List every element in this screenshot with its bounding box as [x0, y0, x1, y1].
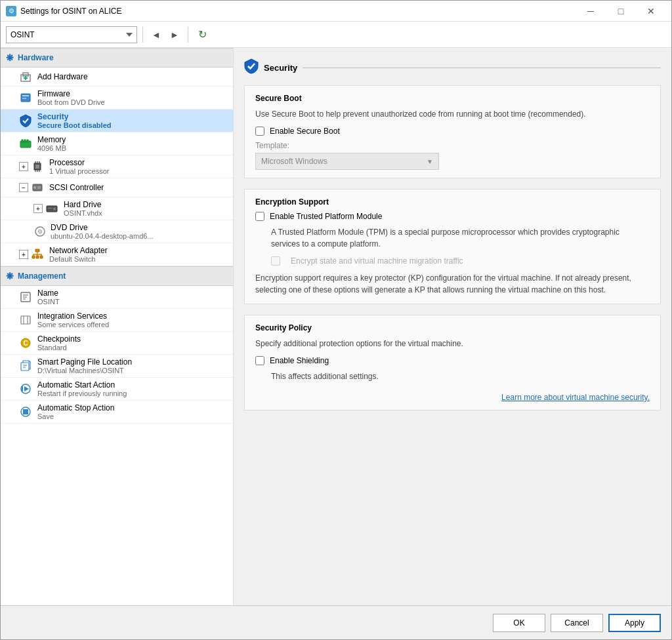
autostart-icon — [19, 382, 32, 395]
scsi-expand-icon[interactable]: − — [19, 183, 28, 192]
encryption-section: Encryption Support Enable Trusted Platfo… — [244, 189, 661, 304]
section-title-line — [303, 68, 661, 68]
secure-boot-desc: Use Secure Boot to help prevent unauthor… — [255, 108, 650, 120]
processor-sublabel: 1 Virtual processor — [49, 167, 110, 175]
name-label: Name — [37, 289, 60, 298]
svg-marker-50 — [24, 386, 29, 391]
svg-rect-6 — [22, 98, 26, 99]
management-section-header[interactable]: ❋ Management — [1, 266, 233, 286]
sidebar-item-checkpoints[interactable]: C Checkpoints Standard — [1, 332, 233, 355]
processor-expand-icon[interactable]: + — [19, 162, 28, 171]
enable-shielding-checkbox[interactable] — [255, 356, 264, 365]
learn-more-link[interactable]: Learn more about virtual machine securit… — [501, 393, 650, 402]
enable-shielding-label[interactable]: Enable Shielding — [270, 356, 329, 365]
hardware-section-header[interactable]: ❋ Hardware — [1, 48, 233, 68]
paging-label: Smart Paging File Location — [37, 357, 132, 367]
nav-back-button[interactable]: ◄ — [148, 27, 164, 43]
hard-drive-sublabel: OSINT.vhdx — [64, 209, 102, 217]
sidebar-item-name[interactable]: Name OSINT — [1, 286, 233, 309]
scsi-label: SCSI Controller — [49, 183, 104, 192]
security-title-icon — [244, 58, 259, 77]
template-value: Microsoft Windows — [261, 157, 327, 166]
paging-sublabel: D:\Virtual Machines\OSINT — [37, 367, 132, 374]
paging-icon — [19, 359, 32, 372]
network-sublabel: Default Switch — [49, 255, 108, 263]
sidebar-item-scsi[interactable]: − SCSI Controller — [1, 178, 233, 197]
enable-tpm-checkbox[interactable] — [255, 212, 264, 221]
sidebar-item-network[interactable]: + — [1, 243, 233, 266]
encryption-info-text: Encryption support requires a key protec… — [255, 272, 650, 296]
network-label: Network Adapter — [49, 246, 108, 255]
checkpoints-sublabel: Standard — [37, 344, 81, 351]
firmware-sublabel: Boot from DVD Drive — [37, 98, 105, 106]
sidebar-item-hard-drive[interactable]: + Hard Drive OSINT.vhdx — [1, 197, 233, 220]
sidebar-item-dvd[interactable]: DVD Drive ubuntu-20.04.4-desktop-amd6... — [1, 220, 233, 243]
sidebar-item-add-hardware[interactable]: Add Hardware — [1, 68, 233, 87]
content-area: ❋ Hardware Add Hardware — [1, 48, 671, 605]
shielding-row: Enable Shielding — [255, 356, 650, 365]
hardware-section-label: Hardware — [18, 53, 54, 62]
autostart-sublabel: Restart if previously running — [37, 390, 127, 397]
minimize-button[interactable]: ─ — [576, 1, 606, 22]
sidebar-item-security[interactable]: Security Secure Boot disabled — [1, 110, 233, 132]
hard-drive-label: Hard Drive — [64, 200, 102, 209]
encrypt-traffic-label: Encrypt state and virtual machine migrat… — [291, 256, 463, 266]
enable-tpm-label[interactable]: Enable Trusted Platform Module — [270, 212, 382, 221]
dvd-sublabel: ubuntu-20.04.4-desktop-amd6... — [51, 232, 154, 240]
integration-icon — [19, 313, 32, 327]
security-policy-title: Security Policy — [255, 323, 650, 332]
memory-label: Memory — [37, 135, 66, 144]
security-label: Security — [37, 112, 111, 121]
svg-rect-24 — [48, 208, 52, 209]
security-policy-desc: Specify additional protection options fo… — [255, 338, 650, 350]
template-field-label: Template: — [255, 141, 650, 150]
secure-boot-section: Secure Boot Use Secure Boot to help prev… — [244, 85, 661, 178]
svg-point-20 — [33, 186, 36, 189]
enable-secure-boot-checkbox[interactable] — [255, 127, 264, 136]
learn-more-row: Learn more about virtual machine securit… — [255, 393, 650, 402]
apply-button[interactable]: Apply — [608, 614, 661, 632]
tpm-desc-block: A Trusted Platform Module (TPM) is a spe… — [271, 226, 650, 250]
name-icon — [19, 290, 32, 304]
svg-rect-10 — [27, 140, 28, 142]
management-section-label: Management — [18, 271, 66, 281]
svg-rect-8 — [22, 140, 23, 142]
enable-secure-boot-label[interactable]: Enable Secure Boot — [270, 127, 340, 136]
toolbar: OSINT ◄ ► ↻ — [1, 22, 671, 48]
encrypt-traffic-row: Encrypt state and virtual machine migrat… — [271, 256, 650, 266]
app-icon: ⚙ — [6, 6, 16, 16]
autostop-sublabel: Save — [37, 412, 114, 420]
svg-rect-9 — [24, 140, 26, 142]
nav-forward-button[interactable]: ► — [167, 27, 182, 43]
hardware-expand-icon: ❋ — [6, 52, 14, 63]
svg-point-27 — [39, 231, 41, 232]
sidebar-item-autostop[interactable]: Automatic Stop Action Save — [1, 401, 233, 424]
vm-select[interactable]: OSINT — [6, 26, 137, 43]
svg-rect-28 — [35, 249, 39, 252]
autostop-label: Automatic Stop Action — [37, 403, 114, 412]
checkpoints-label: Checkpoints — [37, 334, 81, 344]
network-icon — [31, 248, 44, 261]
integration-sublabel: Some services offered — [37, 321, 109, 329]
hdd-expand-icon[interactable]: + — [33, 204, 43, 213]
sidebar-item-paging[interactable]: Smart Paging File Location D:\Virtual Ma… — [1, 355, 233, 378]
sidebar: ❋ Hardware Add Hardware — [1, 48, 234, 605]
sidebar-item-processor[interactable]: + Process — [1, 155, 233, 178]
svg-rect-12 — [35, 165, 39, 169]
sidebar-item-autostart[interactable]: Automatic Start Action Restart if previo… — [1, 378, 233, 401]
refresh-button[interactable]: ↻ — [194, 26, 211, 43]
integration-label: Integration Services — [37, 311, 109, 321]
ok-button[interactable]: OK — [493, 614, 545, 632]
close-button[interactable]: ✕ — [636, 1, 666, 22]
dvd-icon — [33, 225, 47, 238]
sidebar-item-integration[interactable]: Integration Services Some services offer… — [1, 309, 233, 332]
cancel-button[interactable]: Cancel — [551, 614, 603, 632]
dropdown-arrow-icon: ▼ — [427, 158, 433, 165]
network-expand-icon[interactable]: + — [19, 250, 28, 259]
dvd-label: DVD Drive — [51, 223, 154, 232]
sidebar-item-firmware[interactable]: Firmware Boot from DVD Drive — [1, 87, 233, 110]
maximize-button[interactable]: □ — [606, 1, 636, 22]
tpm-desc: A Trusted Platform Module (TPM) is a spe… — [271, 226, 650, 250]
svg-rect-41 — [21, 316, 30, 324]
sidebar-item-memory[interactable]: Memory 4096 MB — [1, 132, 233, 155]
